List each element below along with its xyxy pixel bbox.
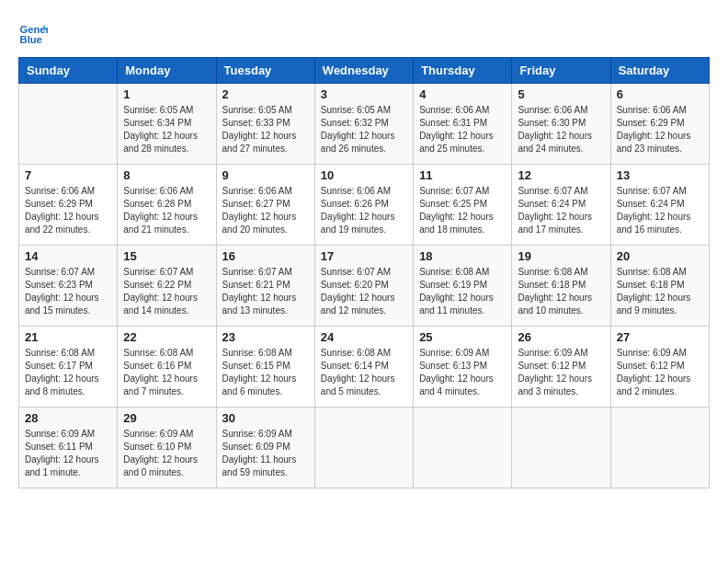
calendar-cell: 1Sunrise: 6:05 AMSunset: 6:34 PMDaylight…	[118, 84, 216, 165]
calendar-header-row: SundayMondayTuesdayWednesdayThursdayFrid…	[19, 58, 710, 84]
calendar-cell: 9Sunrise: 6:06 AMSunset: 6:27 PMDaylight…	[216, 165, 314, 246]
day-number: 17	[321, 249, 407, 263]
calendar-cell: 4Sunrise: 6:06 AMSunset: 6:31 PMDaylight…	[414, 84, 512, 165]
calendar-week-5: 28Sunrise: 6:09 AMSunset: 6:11 PMDayligh…	[19, 408, 710, 488]
cell-info: Sunrise: 6:06 AMSunset: 6:27 PMDaylight:…	[222, 185, 309, 236]
day-number: 13	[617, 168, 703, 182]
calendar-cell: 20Sunrise: 6:08 AMSunset: 6:18 PMDayligh…	[610, 246, 709, 327]
cell-info: Sunrise: 6:06 AMSunset: 6:26 PMDaylight:…	[321, 185, 407, 236]
calendar-cell: 29Sunrise: 6:09 AMSunset: 6:10 PMDayligh…	[118, 408, 216, 488]
calendar-cell	[19, 84, 118, 165]
day-number: 18	[419, 249, 506, 263]
day-number: 7	[25, 168, 111, 182]
day-number: 9	[222, 168, 309, 182]
day-number: 30	[222, 411, 309, 425]
calendar-cell: 2Sunrise: 6:05 AMSunset: 6:33 PMDaylight…	[216, 84, 314, 165]
cell-info: Sunrise: 6:07 AMSunset: 6:24 PMDaylight:…	[518, 185, 604, 236]
cell-info: Sunrise: 6:06 AMSunset: 6:29 PMDaylight:…	[617, 104, 703, 155]
cell-info: Sunrise: 6:08 AMSunset: 6:16 PMDaylight:…	[123, 347, 210, 398]
calendar-cell: 15Sunrise: 6:07 AMSunset: 6:22 PMDayligh…	[118, 246, 216, 327]
cell-info: Sunrise: 6:09 AMSunset: 6:11 PMDaylight:…	[25, 428, 111, 479]
cell-info: Sunrise: 6:06 AMSunset: 6:30 PMDaylight:…	[518, 104, 604, 155]
calendar-week-3: 14Sunrise: 6:07 AMSunset: 6:23 PMDayligh…	[19, 246, 710, 327]
day-number: 2	[222, 87, 309, 101]
cell-info: Sunrise: 6:09 AMSunset: 6:10 PMDaylight:…	[123, 428, 210, 479]
day-number: 6	[617, 87, 703, 101]
calendar-week-4: 21Sunrise: 6:08 AMSunset: 6:17 PMDayligh…	[19, 327, 710, 408]
day-number: 23	[222, 330, 309, 344]
cell-info: Sunrise: 6:05 AMSunset: 6:32 PMDaylight:…	[321, 104, 407, 155]
calendar-cell: 13Sunrise: 6:07 AMSunset: 6:24 PMDayligh…	[610, 165, 709, 246]
cell-info: Sunrise: 6:09 AMSunset: 6:12 PMDaylight:…	[518, 347, 604, 398]
calendar-cell: 7Sunrise: 6:06 AMSunset: 6:29 PMDaylight…	[19, 165, 118, 246]
day-number: 27	[617, 330, 703, 344]
cell-info: Sunrise: 6:07 AMSunset: 6:22 PMDaylight:…	[123, 266, 210, 317]
day-number: 4	[419, 87, 506, 101]
day-number: 10	[321, 168, 407, 182]
cell-info: Sunrise: 6:08 AMSunset: 6:14 PMDaylight:…	[321, 347, 407, 398]
cell-info: Sunrise: 6:09 AMSunset: 6:12 PMDaylight:…	[617, 347, 703, 398]
day-number: 11	[419, 168, 506, 182]
day-number: 15	[123, 249, 210, 263]
day-header-friday: Friday	[512, 58, 610, 84]
day-header-sunday: Sunday	[19, 58, 118, 84]
day-number: 25	[419, 330, 506, 344]
day-number: 8	[123, 168, 210, 182]
cell-info: Sunrise: 6:06 AMSunset: 6:29 PMDaylight:…	[25, 185, 111, 236]
calendar-cell: 8Sunrise: 6:06 AMSunset: 6:28 PMDaylight…	[118, 165, 216, 246]
svg-text:Blue: Blue	[20, 34, 42, 45]
day-number: 20	[617, 249, 703, 263]
cell-info: Sunrise: 6:07 AMSunset: 6:25 PMDaylight:…	[419, 185, 506, 236]
logo: General Blue	[18, 18, 51, 48]
day-header-monday: Monday	[118, 58, 216, 84]
day-number: 5	[518, 87, 604, 101]
calendar-cell: 17Sunrise: 6:07 AMSunset: 6:20 PMDayligh…	[314, 246, 413, 327]
calendar-cell: 21Sunrise: 6:08 AMSunset: 6:17 PMDayligh…	[19, 327, 118, 408]
calendar-cell: 18Sunrise: 6:08 AMSunset: 6:19 PMDayligh…	[414, 246, 512, 327]
day-header-saturday: Saturday	[610, 58, 709, 84]
day-number: 12	[518, 168, 604, 182]
cell-info: Sunrise: 6:07 AMSunset: 6:21 PMDaylight:…	[222, 266, 309, 317]
day-number: 14	[25, 249, 111, 263]
day-number: 29	[123, 411, 210, 425]
calendar-cell: 12Sunrise: 6:07 AMSunset: 6:24 PMDayligh…	[512, 165, 610, 246]
calendar-cell: 26Sunrise: 6:09 AMSunset: 6:12 PMDayligh…	[512, 327, 610, 408]
day-number: 1	[123, 87, 210, 101]
cell-info: Sunrise: 6:08 AMSunset: 6:18 PMDaylight:…	[518, 266, 604, 317]
day-number: 21	[25, 330, 111, 344]
cell-info: Sunrise: 6:05 AMSunset: 6:34 PMDaylight:…	[123, 104, 210, 155]
day-number: 22	[123, 330, 210, 344]
cell-info: Sunrise: 6:08 AMSunset: 6:17 PMDaylight:…	[25, 347, 111, 398]
calendar-cell: 25Sunrise: 6:09 AMSunset: 6:13 PMDayligh…	[414, 327, 512, 408]
page-header: General Blue	[18, 18, 710, 48]
cell-info: Sunrise: 6:05 AMSunset: 6:33 PMDaylight:…	[222, 104, 309, 155]
calendar-cell: 19Sunrise: 6:08 AMSunset: 6:18 PMDayligh…	[512, 246, 610, 327]
day-number: 19	[518, 249, 604, 263]
cell-info: Sunrise: 6:06 AMSunset: 6:31 PMDaylight:…	[419, 104, 506, 155]
calendar-cell: 28Sunrise: 6:09 AMSunset: 6:11 PMDayligh…	[19, 408, 118, 488]
cell-info: Sunrise: 6:07 AMSunset: 6:24 PMDaylight:…	[617, 185, 703, 236]
calendar-cell: 6Sunrise: 6:06 AMSunset: 6:29 PMDaylight…	[610, 84, 709, 165]
calendar-cell: 24Sunrise: 6:08 AMSunset: 6:14 PMDayligh…	[314, 327, 413, 408]
calendar-cell: 23Sunrise: 6:08 AMSunset: 6:15 PMDayligh…	[216, 327, 314, 408]
calendar-cell: 10Sunrise: 6:06 AMSunset: 6:26 PMDayligh…	[314, 165, 413, 246]
day-header-tuesday: Tuesday	[216, 58, 314, 84]
cell-info: Sunrise: 6:08 AMSunset: 6:19 PMDaylight:…	[419, 266, 506, 317]
calendar-cell: 16Sunrise: 6:07 AMSunset: 6:21 PMDayligh…	[216, 246, 314, 327]
calendar-cell: 14Sunrise: 6:07 AMSunset: 6:23 PMDayligh…	[19, 246, 118, 327]
day-header-thursday: Thursday	[414, 58, 512, 84]
day-number: 28	[25, 411, 111, 425]
cell-info: Sunrise: 6:08 AMSunset: 6:18 PMDaylight:…	[617, 266, 703, 317]
calendar-cell: 30Sunrise: 6:09 AMSunset: 6:09 PMDayligh…	[216, 408, 314, 488]
day-header-wednesday: Wednesday	[314, 58, 413, 84]
calendar-cell	[414, 408, 512, 488]
cell-info: Sunrise: 6:08 AMSunset: 6:15 PMDaylight:…	[222, 347, 309, 398]
cell-info: Sunrise: 6:07 AMSunset: 6:20 PMDaylight:…	[321, 266, 407, 317]
calendar-cell: 27Sunrise: 6:09 AMSunset: 6:12 PMDayligh…	[610, 327, 709, 408]
logo-icon: General Blue	[18, 18, 48, 48]
calendar-cell: 3Sunrise: 6:05 AMSunset: 6:32 PMDaylight…	[314, 84, 413, 165]
calendar-cell: 22Sunrise: 6:08 AMSunset: 6:16 PMDayligh…	[118, 327, 216, 408]
calendar-cell	[610, 408, 709, 488]
day-number: 16	[222, 249, 309, 263]
calendar-week-2: 7Sunrise: 6:06 AMSunset: 6:29 PMDaylight…	[19, 165, 710, 246]
